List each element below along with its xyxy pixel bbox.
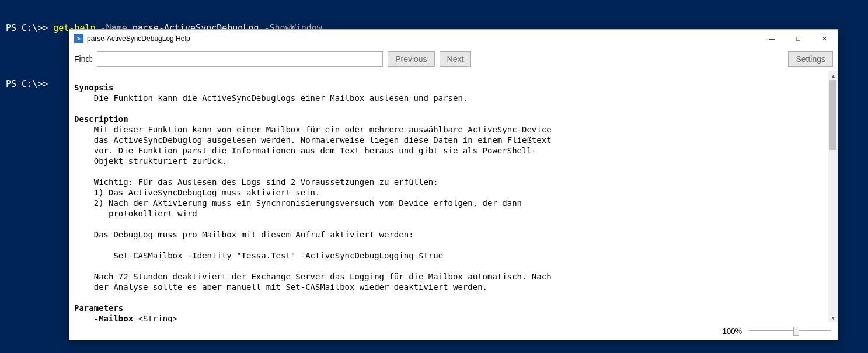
minimize-button[interactable]: —: [759, 30, 785, 47]
description-line: protokolliert wird: [74, 209, 197, 218]
statusbar: 100%: [69, 322, 838, 340]
synopsis-text: Die Funktion kann die ActiveSyncDebuglog…: [74, 93, 468, 103]
scroll-down-icon[interactable]: ▾: [828, 313, 838, 322]
description-line: das ActiveSyncDebuglog ausgelesen werden…: [74, 135, 552, 145]
powershell-icon: >: [74, 34, 83, 43]
description-line: Set-CASMailbox -Identity "Tessa.Test" -A…: [74, 251, 443, 260]
description-line: 1) Das ActiveSyncDebugLog muss aktiviert…: [74, 188, 320, 197]
scroll-up-icon[interactable]: ▴: [828, 71, 838, 80]
description-line: vor. Die Funktion parst die Informatione…: [74, 146, 536, 155]
next-button[interactable]: Next: [440, 51, 472, 67]
zoom-level: 100%: [723, 327, 742, 335]
parameter-name: -Mailbox: [74, 314, 133, 322]
vertical-scrollbar[interactable]: ▴ ▾: [828, 71, 838, 322]
help-content: Synopsis Die Funktion kann die ActiveSyn…: [69, 71, 828, 322]
find-input[interactable]: [97, 51, 383, 67]
zoom-slider[interactable]: [749, 326, 831, 336]
scroll-thumb[interactable]: [829, 80, 836, 150]
description-line: Mit dieser Funktion kann von einer Mailb…: [74, 125, 552, 134]
close-button[interactable]: ✕: [811, 30, 838, 47]
description-line: Objekt strukturiert zurück.: [74, 156, 226, 166]
description-line: Nach 72 Stunden deaktiviert der Exchange…: [74, 272, 552, 281]
description-line: Das DebugLog muss pro Mailbox mit diesem…: [74, 230, 414, 239]
description-line: Wichtig: Für das Auslesen des Logs sind …: [74, 177, 438, 187]
titlebar[interactable]: > parse-ActiveSyncDebugLog Help — □ ✕: [69, 30, 838, 47]
description-heading: Description: [74, 114, 128, 124]
maximize-button[interactable]: □: [785, 30, 811, 47]
description-line: 2) Nach der Aktivierung muss ein Synchro…: [74, 198, 522, 208]
parameters-heading: Parameters: [74, 303, 123, 313]
synopsis-heading: Synopsis: [74, 83, 113, 92]
window-title: parse-ActiveSyncDebugLog Help: [87, 34, 759, 43]
description-line: der Analyse sollte es aber manuell mit S…: [74, 282, 487, 292]
zoom-slider-thumb[interactable]: [793, 327, 799, 336]
find-toolbar: Find: Previous Next Settings: [69, 47, 838, 71]
parameter-type: <String>: [133, 314, 177, 322]
find-label: Find:: [74, 54, 92, 64]
previous-button[interactable]: Previous: [388, 51, 434, 67]
settings-button[interactable]: Settings: [788, 51, 833, 67]
help-window: > parse-ActiveSyncDebugLog Help — □ ✕ Fi…: [69, 29, 838, 340]
